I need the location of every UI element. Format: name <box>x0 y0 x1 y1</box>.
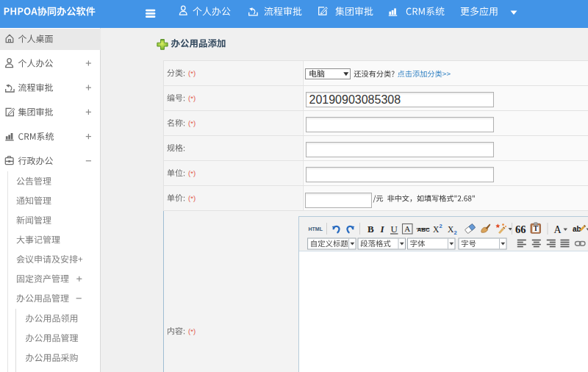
svg-text:(*): (*) <box>188 69 196 77</box>
svg-text:(*): (*) <box>188 119 196 127</box>
svg-text:ab: ab <box>573 225 581 233</box>
svg-text:(*): (*) <box>188 327 196 335</box>
svg-text:ABC: ABC <box>417 226 431 233</box>
svg-text:(*): (*) <box>188 169 196 177</box>
svg-text:I: I <box>380 223 385 235</box>
svg-text:U: U <box>391 223 398 235</box>
svg-text:(*): (*) <box>188 94 196 102</box>
svg-text:2: 2 <box>440 223 442 229</box>
svg-text:A: A <box>404 224 410 233</box>
svg-text:2: 2 <box>454 229 457 236</box>
svg-text:B: B <box>368 223 374 235</box>
svg-text:T: T <box>534 225 539 232</box>
svg-text:A: A <box>554 224 562 235</box>
svg-text:HTML: HTML <box>309 226 323 232</box>
svg-text:66: 66 <box>515 223 526 235</box>
svg-text:(*): (*) <box>188 194 196 202</box>
svg-text:20190903085308: 20190903085308 <box>309 93 401 106</box>
